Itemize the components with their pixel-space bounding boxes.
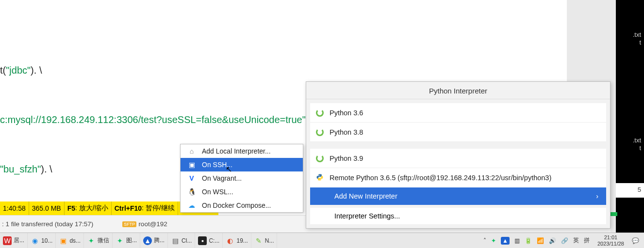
popup-title: Python Interpreter	[306, 82, 610, 99]
home-icon: ⌂	[187, 147, 196, 155]
ime-mode[interactable]: 拼	[584, 236, 590, 245]
taskbar-app[interactable]: ◐19...	[223, 233, 251, 248]
menu-on-vagrant[interactable]: V On Vagrant...	[181, 171, 303, 185]
taskbar-clock[interactable]: 21:01 2023/11/28	[594, 234, 627, 247]
menu-item-label: Add Local Interpreter...	[202, 147, 271, 155]
status-ctrlf10: Ctrl+F10: 暂停/继续	[112, 202, 178, 215]
menu-on-wsl[interactable]: 🐧 On WSL...	[181, 185, 303, 199]
status-memory: 365.0 MB	[29, 202, 65, 215]
taskbar-app[interactable]: ✦图...	[113, 233, 140, 248]
tencent-icon: ▲	[143, 236, 152, 245]
volume-icon[interactable]: 🔊	[549, 237, 556, 244]
interpreter-label: Python 3.6	[330, 109, 363, 117]
wps-icon: W	[3, 236, 12, 245]
status-transfer: : 1 file transferred (today 17:57)	[0, 220, 93, 228]
spinner-icon	[316, 128, 324, 136]
menu-item-label: On Docker Compose...	[202, 202, 271, 209]
green-indicator	[611, 212, 617, 216]
menu-on-ssh[interactable]: ▣ On SSH...	[181, 158, 303, 171]
file-ext-label: .txt	[633, 31, 641, 38]
wechat-icon: ✦	[116, 236, 124, 245]
sftp-indicator[interactable]: SFTP root@192	[122, 220, 167, 228]
python-interpreter-popup[interactable]: Python Interpreter Python 3.6 Python 3.8…	[306, 81, 611, 229]
taskbar-app[interactable]: ✦微信	[84, 233, 113, 248]
interpreter-list: Python 3.6 Python 3.8	[310, 103, 606, 142]
interpreter-row-remote[interactable]: Remote Python 3.6.5 (sftp://root@192.168…	[310, 168, 606, 187]
notepad-icon: ✎	[254, 236, 263, 245]
terminal-icon: ▣	[187, 160, 196, 169]
status-time: 1:40:58	[0, 202, 29, 215]
interpreter-label: Python 3.8	[330, 128, 363, 136]
system-tray[interactable]: ˄ ✦ ▲ ▥ 🔋 📶 🔊 🔗 英 拼 21:01 2023/11/28 💬	[483, 233, 644, 248]
interpreter-row-py39[interactable]: Python 3.9	[310, 149, 606, 168]
interpreter-list-2: Python 3.9 Remote Python 3.6.5 (sftp://r…	[310, 149, 606, 187]
docker-compose-icon: ☁	[187, 201, 196, 210]
clock-date: 2023/11/28	[597, 241, 624, 247]
app-icon: ▤	[171, 236, 180, 245]
taskbar-app[interactable]: W居...	[0, 233, 28, 248]
file-ext-label: t	[639, 144, 641, 152]
menu-add-local-interpreter[interactable]: ⌂ Add Local Interpreter...	[181, 144, 303, 158]
taskbar-app[interactable]: ✎N...	[251, 233, 278, 248]
file-ext-label: .txt	[633, 137, 641, 144]
app-icon: ◐	[226, 236, 234, 245]
file-num-label: 5	[638, 186, 641, 193]
sftp-icon: SFTP	[122, 221, 136, 227]
terminal-icon: ▪	[198, 236, 207, 245]
vagrant-icon: V	[187, 174, 196, 183]
add-interpreter-label: Add New Interpreter	[334, 192, 397, 200]
tray-app-icon[interactable]: ✦	[491, 237, 496, 244]
menu-item-label: On Vagrant...	[202, 174, 242, 182]
taskbar-app[interactable]: ▣ds...	[56, 233, 84, 248]
interpreter-row-py38[interactable]: Python 3.8	[310, 123, 606, 142]
sftp-host: root@192	[138, 220, 167, 228]
windows-taskbar[interactable]: W居... ◉10... ▣ds... ✦微信 ✦图... ▲腾... ▤Cl.…	[0, 232, 644, 248]
clock-time: 21:01	[597, 234, 624, 241]
interpreter-settings-label: Interpreter Settings...	[334, 212, 400, 220]
mouse-cursor-icon: ↖	[226, 165, 232, 174]
chevron-right-icon: ›	[596, 192, 598, 200]
tray-app-icon[interactable]: 🔗	[561, 237, 568, 244]
notifications-icon[interactable]: 💬	[632, 237, 639, 244]
add-interpreter-submenu[interactable]: ⌂ Add Local Interpreter... ▣ On SSH... V…	[180, 144, 303, 213]
linux-icon: 🐧	[187, 187, 196, 196]
taskbar-app[interactable]: ▤Cl...	[168, 233, 195, 248]
vm-icon: ▣	[59, 236, 67, 245]
add-new-interpreter[interactable]: Add New Interpreter ›	[310, 187, 606, 205]
interpreter-row-py36[interactable]: Python 3.6	[310, 103, 606, 123]
menu-item-label: On WSL...	[202, 188, 233, 196]
status-f5: F5: 放大/缩小	[65, 202, 112, 215]
interpreter-label: Python 3.9	[330, 155, 363, 162]
tray-chevron-up-icon[interactable]: ˄	[483, 237, 486, 244]
list-separator	[306, 142, 610, 145]
edge-icon: ◉	[31, 236, 39, 245]
battery-icon[interactable]: 🔋	[525, 237, 532, 244]
taskbar-app[interactable]: ▲腾...	[140, 233, 168, 248]
spinner-icon	[316, 109, 324, 117]
menu-on-docker-compose[interactable]: ☁ On Docker Compose...	[181, 199, 303, 212]
wechat-icon: ✦	[87, 236, 96, 245]
wifi-icon[interactable]: 📶	[537, 237, 544, 244]
tray-app-icon[interactable]: ▥	[514, 237, 520, 244]
interpreter-label: Remote Python 3.6.5 (sftp://root@192.168…	[330, 174, 551, 182]
python-icon	[316, 173, 324, 183]
taskbar-app[interactable]: ▪C:...	[195, 233, 223, 248]
ime-lang[interactable]: 英	[573, 236, 579, 245]
interpreter-settings[interactable]: Interpreter Settings...	[310, 205, 606, 224]
side-terminal-panel: .txt t .txt t 5	[616, 0, 644, 232]
tray-app-icon[interactable]: ▲	[501, 237, 510, 245]
taskbar-app[interactable]: ◉10...	[28, 233, 56, 248]
spinner-icon	[316, 155, 324, 162]
file-ext-label: t	[639, 39, 641, 46]
